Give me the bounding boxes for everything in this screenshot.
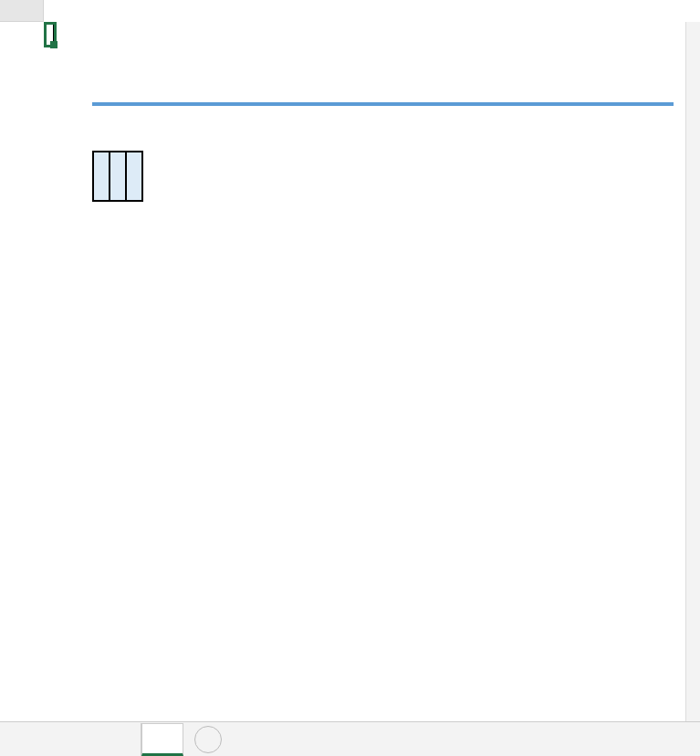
tab-sheet2[interactable]: [141, 723, 183, 756]
table-header-row: [93, 152, 142, 201]
select-all-corner[interactable]: [0, 0, 44, 22]
page-title: [92, 62, 674, 106]
header-model[interactable]: [110, 152, 126, 201]
header-brand[interactable]: [93, 152, 110, 201]
fill-handle[interactable]: [50, 41, 57, 48]
sheet-tab-bar: [0, 721, 700, 756]
tab-sheet1[interactable]: [100, 723, 141, 756]
new-sheet-button[interactable]: [194, 726, 222, 753]
header-price[interactable]: [126, 152, 142, 201]
spreadsheet-view: [0, 0, 700, 756]
cell-grid[interactable]: [44, 22, 700, 756]
vertical-scrollbar[interactable]: [685, 22, 700, 721]
column-header-row: [0, 0, 700, 22]
data-table: [92, 151, 143, 202]
active-cell-editor[interactable]: [44, 22, 57, 47]
